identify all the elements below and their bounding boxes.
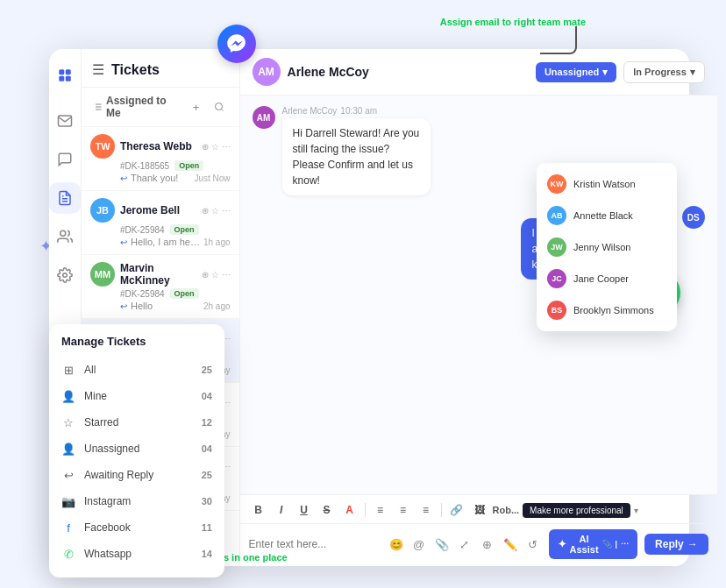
reply-icons: 😊 @ 📎 ⤢ ⊕ ✏️ ↺: [388, 535, 542, 553]
tickets-header: ☰ Tickets: [82, 49, 239, 88]
add-ticket-button[interactable]: +: [187, 97, 206, 117]
assign-dropdown-item[interactable]: KW Kristin Watson: [537, 168, 677, 200]
ticket-item[interactable]: MM Marvin McKinney ⊕ ☆ ⋯ #DK-25984 Open …: [82, 255, 239, 319]
toolbar-chevron[interactable]: ▾: [634, 506, 638, 515]
msg-avatar-darrell: DS: [682, 206, 705, 229]
assign-dropdown-item[interactable]: JC Jane Cooper: [537, 263, 677, 294]
sidebar-icon-tickets[interactable]: [49, 182, 81, 214]
toolbar-divider-1: [365, 503, 366, 517]
manage-panel: Manage Tickets ⊞ All 25 👤 Mine 04 ☆ Star…: [49, 324, 224, 577]
hamburger-icon[interactable]: ☰: [92, 61, 104, 78]
svg-rect-3: [66, 76, 71, 81]
progress-button[interactable]: In Progress ▾: [623, 61, 705, 83]
assign-dropdown-item[interactable]: JW Jenny Wilson: [537, 231, 677, 263]
manage-item-mine[interactable]: 👤 Mine 04: [49, 383, 224, 409]
svg-point-6: [60, 230, 66, 236]
msg-avatar-arlene: AM: [253, 106, 275, 129]
assign-dropdown-item[interactable]: BS Brooklyn Simmons: [537, 294, 677, 326]
msg-bubble-incoming: Hi Darrell Steward! Are you still facing…: [282, 118, 431, 195]
chat-contact-avatar: AM: [253, 58, 281, 86]
ai-assist-button[interactable]: ✦ AI Assist 📎 | ⋯: [549, 529, 638, 559]
toolbar-italic[interactable]: I: [272, 500, 291, 520]
manage-item-whatsapp[interactable]: ✆ Whatsapp 14: [49, 541, 224, 567]
svg-point-16: [215, 103, 222, 110]
msg-meta-incoming: Arlene McCoy 10:30 am: [282, 106, 530, 116]
messenger-icon[interactable]: [217, 25, 256, 63]
unassign-button[interactable]: Unassigned ▾: [536, 62, 616, 82]
manage-title: Manage Tickets: [49, 335, 224, 357]
svg-line-17: [221, 109, 223, 110]
toolbar-underline[interactable]: U: [295, 500, 314, 520]
reply-input[interactable]: [249, 538, 381, 550]
toolbar-color[interactable]: A: [340, 500, 359, 520]
ticket-item[interactable]: JB Jerome Bell ⊕ ☆ ⋯ #DK-25984 Open ↩ He…: [82, 191, 239, 255]
ai-tooltip: Make more professional: [523, 503, 630, 518]
tickets-title: Tickets: [111, 62, 229, 78]
annotation-assign-email: Assign email to right team mate: [440, 16, 586, 28]
sidebar-icon-users[interactable]: [49, 221, 81, 252]
manage-item-starred[interactable]: ☆ Starred 12: [49, 409, 224, 436]
chat-contact-name: Arlene McCoy: [288, 65, 529, 79]
emoji-button[interactable]: 😊: [388, 535, 405, 553]
toolbar-text-label: Rob...: [493, 505, 520, 515]
svg-rect-0: [59, 69, 64, 74]
chat-header: AM Arlene McCoy Unassigned ▾ In Progress…: [240, 49, 717, 96]
svg-point-7: [63, 273, 68, 278]
search-button[interactable]: [210, 97, 229, 117]
toolbar-image[interactable]: 🖼: [470, 500, 489, 520]
chat-toolbar: B I U S A ≡ ≡ ≡ 🔗 🖼 Rob... Make more pro…: [240, 494, 717, 523]
edit-button[interactable]: ✏️: [502, 535, 519, 553]
reply-row: 😊 @ 📎 ⤢ ⊕ ✏️ ↺ ✦ AI Assist 📎 | ⋯ Reply →: [240, 523, 717, 566]
toolbar-list-unordered[interactable]: ≡: [371, 500, 390, 520]
assign-dropdown-item[interactable]: AB Annette Black: [537, 200, 677, 231]
svg-rect-1: [66, 69, 71, 74]
assigned-header: Assigned to Me +: [82, 88, 239, 127]
msg-time-incoming: 10:30 am: [340, 106, 377, 116]
manage-item-all[interactable]: ⊞ All 25: [49, 357, 224, 383]
manage-item-awaiting-reply[interactable]: ↩ Awaiting Reply 25: [49, 462, 224, 488]
assign-dropdown: KW Kristin Watson AB Annette Black JW Je…: [537, 163, 677, 331]
attach-button[interactable]: 📎: [433, 535, 451, 553]
ai-tooltip-area: Rob... Make more professional ▾: [493, 503, 638, 518]
toolbar-list-ordered[interactable]: ≡: [394, 500, 413, 520]
toolbar-bold[interactable]: B: [249, 500, 268, 520]
sidebar-icon-chat[interactable]: [49, 144, 81, 175]
ticket-item[interactable]: TW Theresa Webb ⊕ ☆ ⋯ #DK-188565 Open ↩ …: [82, 127, 239, 191]
app-logo[interactable]: [49, 60, 81, 91]
msg-content-incoming: Arlene McCoy 10:30 am Hi Darrell Steward…: [282, 106, 530, 195]
toolbar-strikethrough[interactable]: S: [317, 500, 337, 520]
manage-item-unassigned[interactable]: 👤 Unassigned 04: [49, 436, 224, 462]
sidebar-icon-settings[interactable]: [49, 259, 81, 291]
refresh-button[interactable]: ↺: [524, 535, 542, 553]
sidebar-icon-inbox[interactable]: [49, 105, 81, 137]
svg-rect-2: [59, 76, 64, 81]
plus-button[interactable]: ⊕: [479, 535, 496, 553]
manage-item-instagram[interactable]: 📷 Instagram 30: [49, 488, 224, 514]
toolbar-indent[interactable]: ≡: [416, 500, 436, 520]
filter-icon: [92, 102, 103, 112]
reply-button[interactable]: Reply →: [644, 534, 708, 555]
mention-button[interactable]: @: [410, 535, 428, 553]
msg-sender-arlene: Arlene McCoy: [282, 106, 338, 116]
toolbar-link[interactable]: 🔗: [447, 500, 466, 520]
expand-button[interactable]: ⤢: [456, 535, 473, 553]
manage-item-facebook[interactable]: f Facebook 11: [49, 514, 224, 541]
assigned-label: Assigned to Me: [106, 95, 183, 119]
toolbar-divider-2: [441, 503, 442, 517]
